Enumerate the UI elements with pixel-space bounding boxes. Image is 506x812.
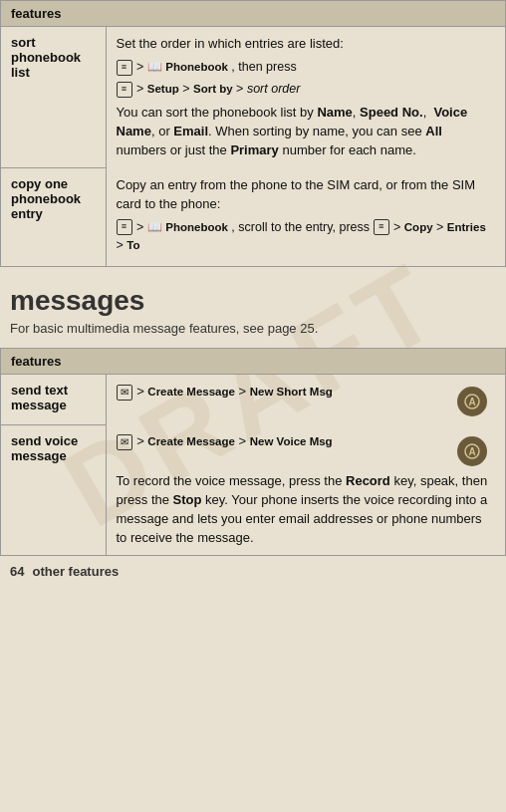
menu-icon3: ≡ (117, 219, 132, 235)
speaker-icon2: A (457, 436, 487, 466)
setup-label: Setup (147, 83, 179, 95)
copy-label: Copy (404, 221, 433, 233)
table2: features send text message ✉ > Create Me… (0, 348, 506, 556)
envelope-icon2: ✉ (117, 434, 132, 450)
phonebook-icon2: 📖 (147, 219, 162, 236)
copy-desc: Copy an entry from the phone to the SIM … (117, 176, 496, 214)
arrow-sym5: > (136, 220, 147, 234)
menu-line1: ≡ > 📖 Phonebook , then press (117, 58, 496, 76)
content: features sort phonebook list Set the ord… (0, 0, 506, 587)
table-row: copy one phonebook entry Copy an entry f… (1, 168, 505, 266)
arrow-voice2: > (239, 433, 250, 448)
createmsg-label1: Create Message (147, 386, 235, 398)
speaker-svg1: A (463, 393, 481, 410)
then-text: , then press (231, 60, 296, 74)
desc-line1: Set the order in which entries are liste… (117, 35, 496, 54)
svg-text:A: A (468, 397, 475, 407)
voice-extra-text: To record the voice message, press the R… (117, 472, 496, 547)
phonebook-label2: Phonebook (165, 221, 228, 233)
svg-text:A: A (468, 446, 475, 457)
stop-label: Stop (173, 492, 202, 507)
voice-menu-row: ✉ > Create Message > New Voice Msg (117, 432, 496, 466)
sortorder-label: sort order (247, 82, 301, 96)
arrow-sms2: > (239, 384, 250, 399)
speaker-svg2: A (463, 442, 481, 460)
footer-text: other features (32, 564, 119, 579)
name-label: Name (317, 105, 352, 120)
newvoicemsg-label: New Voice Msg (250, 435, 333, 447)
arrow-sym3: > (182, 82, 193, 96)
desc-cell-copy: Copy an entry from the phone to the SIM … (106, 168, 505, 266)
desc-line2: You can sort the phonebook list by Name,… (117, 104, 496, 160)
arrow-sym2: > (136, 82, 147, 96)
sms-menu: ✉ > Create Message > New Short Msg (117, 383, 333, 402)
speaker-icon1: A (457, 387, 487, 416)
all-label: All (425, 124, 442, 138)
page-footer: 64 other features (0, 556, 506, 587)
record-label: Record (346, 473, 390, 488)
table1-header: features (1, 1, 505, 27)
email-label: Email (173, 124, 208, 138)
newshortmsg-label: New Short Msg (250, 386, 333, 398)
feature-cell-sms: send text message (1, 375, 106, 424)
voice-menu: ✉ > Create Message > New Voice Msg (117, 432, 333, 451)
sortby-label: Sort by (193, 83, 233, 95)
feature-cell-sort: sort phonebook list (1, 27, 106, 168)
speedno-label: Speed No. (360, 105, 423, 120)
arrow-sym6: > (393, 220, 404, 234)
speaker-cell2: A (457, 432, 495, 466)
desc-cell-sort: Set the order in which entries are liste… (106, 27, 505, 168)
menu-icon2: ≡ (117, 82, 132, 98)
menu-icon: ≡ (117, 60, 132, 76)
scroll-text: , scroll to the entry, press (231, 220, 373, 234)
feature-cell-voice: send voice message (1, 424, 106, 555)
table-row: send voice message ✉ > Create Message > … (1, 424, 505, 555)
arrow-sms1: > (136, 384, 147, 399)
desc-cell-voice: ✉ > Create Message > New Voice Msg (106, 424, 505, 555)
sms-row: ✉ > Create Message > New Short Msg (117, 383, 496, 416)
page-number: 64 (10, 564, 24, 579)
page-wrapper: DRAFT features sort phonebook list Set t… (0, 0, 506, 812)
speaker-cell1: A (457, 383, 495, 416)
primary-label: Primary (230, 142, 278, 157)
phonebook-icon: 📖 (147, 59, 162, 76)
table-row: send text message ✉ > Create Message > N… (1, 375, 505, 424)
arrow-voice1: > (136, 433, 147, 448)
table-row: sort phonebook list Set the order in whi… (1, 27, 505, 168)
table1: features sort phonebook list Set the ord… (0, 0, 506, 267)
arrow-sym7: > (436, 220, 447, 234)
desc-cell-sms: ✉ > Create Message > New Short Msg (106, 375, 505, 424)
menu-line2: ≡ > Setup > Sort by > sort order (117, 80, 496, 98)
to-label: To (126, 239, 139, 251)
feature-cell-copy: copy one phonebook entry (1, 168, 106, 266)
messages-subtext: For basic multimedia message features, s… (0, 321, 506, 348)
messages-heading: messages (0, 267, 506, 321)
arrow-sym: > (136, 60, 147, 74)
table2-header: features (1, 349, 505, 375)
phonebook-label: Phonebook (165, 61, 228, 73)
envelope-icon1: ✉ (117, 385, 132, 401)
createmsg-label2: Create Message (147, 435, 235, 447)
copy-menu-line: ≡ > 📖 Phonebook , scroll to the entry, p… (117, 218, 496, 255)
entries-label: Entries (447, 221, 486, 233)
arrow-sym8: > (117, 238, 127, 252)
arrow-sym4: > (236, 82, 247, 96)
menu-icon4: ≡ (374, 219, 389, 235)
